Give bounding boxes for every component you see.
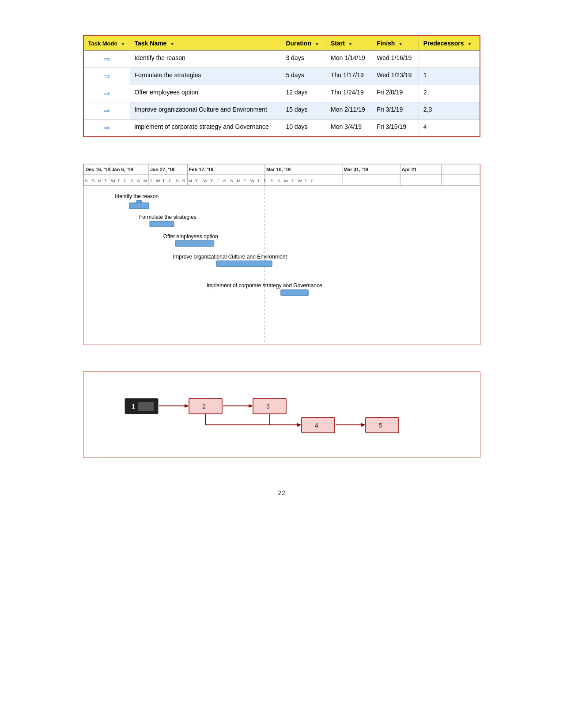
svg-text:1: 1: [132, 403, 135, 410]
task-predecessors-cell: [419, 51, 480, 68]
task-duration-cell: 15 days: [281, 102, 326, 120]
svg-text:5: 5: [379, 422, 382, 429]
svg-rect-68: [138, 402, 154, 411]
svg-text:M: M: [188, 178, 192, 183]
table-row: ⇒Offer employees option12 daysThu 1/24/1…: [83, 85, 480, 102]
svg-text:Feb 17, '19: Feb 17, '19: [189, 167, 213, 172]
mode-cell: ⇒: [83, 85, 130, 102]
task-mode-icon: ⇒: [103, 54, 110, 64]
mode-cell: ⇒: [83, 68, 130, 85]
th-start: Start ▼: [326, 36, 372, 51]
svg-text:S: S: [182, 178, 185, 183]
svg-text:F: F: [264, 178, 266, 183]
svg-text:T: T: [162, 178, 165, 183]
gantt-chart: Dec 16, '18 Jan 6, '19 Jan 27, '19 Feb 1…: [83, 164, 480, 343]
task-finish-cell: Fri 2/8/19: [372, 85, 419, 102]
task-table: Task Mode ▼ Task Name ▼ Duration ▼ Start…: [83, 35, 480, 137]
svg-text:F: F: [169, 178, 171, 183]
table-section: Task Mode ▼ Task Name ▼ Duration ▼ Start…: [83, 35, 480, 137]
svg-text:W: W: [250, 178, 254, 183]
svg-text:T: T: [243, 178, 246, 183]
task-mode-icon: ⇒: [103, 106, 110, 116]
svg-text:Dec 16, '18: Dec 16, '18: [85, 167, 110, 172]
svg-marker-77: [297, 423, 302, 427]
svg-text:Identify the reason: Identify the reason: [115, 193, 159, 199]
svg-text:T: T: [117, 178, 120, 183]
task-name-cell: Improve organizational Culture and Envir…: [130, 102, 281, 120]
mode-cell: ⇒: [83, 51, 130, 68]
th-finish: Finish ▼: [372, 36, 419, 51]
finish-filter-icon[interactable]: ▼: [398, 41, 403, 46]
svg-text:Improve organizational Culture: Improve organizational Culture and Envir…: [173, 254, 287, 260]
svg-text:S: S: [137, 178, 140, 183]
mode-cell: ⇒: [83, 120, 130, 137]
svg-text:Apr 21: Apr 21: [401, 167, 416, 172]
svg-text:T: T: [210, 178, 212, 183]
task-mode-icon: ⇒: [103, 123, 110, 133]
svg-text:Mar 10, '19: Mar 10, '19: [266, 167, 291, 172]
task-duration-cell: 3 days: [281, 51, 326, 68]
svg-text:T: T: [291, 178, 294, 183]
gantt-section: Dec 16, '18 Jan 6, '19 Jan 27, '19 Feb 1…: [83, 164, 480, 345]
svg-text:T: T: [104, 178, 107, 183]
task-name-cell: Offer employees option: [130, 85, 281, 102]
svg-text:S: S: [130, 178, 133, 183]
svg-text:T: T: [195, 178, 197, 183]
svg-text:S: S: [223, 178, 226, 183]
pred-filter-icon[interactable]: ▼: [467, 41, 472, 46]
svg-text:S: S: [230, 178, 233, 183]
task-finish-cell: Fri 3/1/19: [372, 102, 419, 120]
svg-marker-82: [361, 423, 366, 427]
svg-text:M: M: [284, 178, 287, 183]
task-finish-cell: Fri 3/15/19: [372, 120, 419, 137]
svg-text:M: M: [143, 178, 147, 183]
svg-text:W: W: [156, 178, 160, 183]
svg-text:W: W: [111, 178, 115, 183]
task-start-cell: Mon 2/11/19: [326, 102, 372, 120]
svg-text:Offer employees option: Offer employees option: [163, 233, 218, 240]
svg-text:M: M: [98, 178, 101, 183]
svg-text:F: F: [123, 178, 126, 183]
task-start-cell: Thu 1/17/19: [326, 68, 372, 85]
svg-text:S: S: [91, 178, 94, 183]
th-name: Task Name ▼: [130, 36, 281, 51]
th-duration: Duration ▼: [281, 36, 326, 51]
svg-rect-66: [280, 290, 308, 296]
table-row: ⇒Formulate the strategies5 daysThu 1/17/…: [83, 68, 480, 85]
svg-text:Jan 6, '19: Jan 6, '19: [111, 167, 133, 172]
svg-text:S: S: [277, 178, 280, 183]
th-mode: Task Mode ▼: [83, 36, 130, 51]
task-predecessors-cell: 4: [419, 120, 480, 137]
mode-cell: ⇒: [83, 102, 130, 120]
svg-text:T: T: [150, 178, 152, 183]
svg-marker-73: [249, 404, 253, 408]
page-number: 22: [278, 489, 285, 496]
table-row: ⇒Improve organizational Culture and Envi…: [83, 102, 480, 120]
svg-text:F: F: [216, 178, 219, 183]
task-mode-icon: ⇒: [103, 89, 110, 98]
task-mode-icon: ⇒: [103, 71, 110, 81]
task-predecessors-cell: 2: [419, 85, 480, 102]
svg-text:4: 4: [315, 422, 318, 429]
task-start-cell: Mon 3/4/19: [326, 120, 372, 137]
start-filter-icon[interactable]: ▼: [348, 41, 353, 46]
mode-filter-icon[interactable]: ▼: [121, 41, 125, 46]
svg-text:Formulate the strategies: Formulate the strategies: [139, 214, 196, 220]
duration-filter-icon[interactable]: ▼: [315, 41, 319, 46]
svg-text:W: W: [203, 178, 208, 183]
svg-text:T: T: [257, 178, 260, 183]
svg-rect-64: [216, 261, 272, 266]
task-duration-cell: 5 days: [281, 68, 326, 85]
table-row: ⇒implement of corporate strategy and Gov…: [83, 120, 480, 137]
svg-rect-58: [129, 203, 149, 209]
task-finish-cell: Wed 1/16/19: [372, 51, 419, 68]
network-section: 1 2 3 4 5: [83, 372, 480, 458]
svg-text:S: S: [270, 178, 273, 183]
task-duration-cell: 12 days: [281, 85, 326, 102]
svg-text:T: T: [304, 178, 307, 183]
th-predecessors: Predecessors ▼: [419, 36, 480, 51]
svg-rect-62: [175, 240, 214, 246]
name-filter-icon[interactable]: ▼: [170, 41, 174, 46]
svg-rect-60: [150, 221, 174, 227]
task-start-cell: Thu 1/24/19: [326, 85, 372, 102]
